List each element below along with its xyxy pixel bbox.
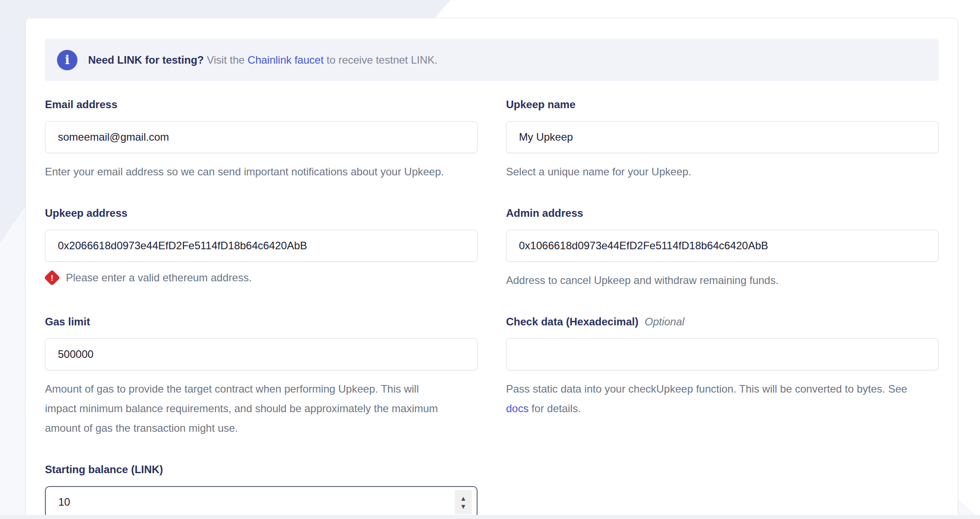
upkeep-name-label: Upkeep name	[506, 98, 939, 111]
starting-balance-input-wrap: ▲ ▼	[45, 486, 478, 518]
email-helper: Enter your email address so we can send …	[45, 162, 478, 182]
admin-address-input[interactable]	[506, 230, 939, 262]
email-label: Email address	[45, 98, 478, 111]
check-data-optional-tag: Optional	[644, 315, 684, 328]
chainlink-faucet-link[interactable]: Chainlink faucet	[247, 54, 324, 66]
upkeep-address-input[interactable]	[45, 230, 478, 262]
field-email: Email address Enter your email address s…	[45, 98, 478, 182]
error-icon-glyph: !	[46, 272, 58, 284]
upkeep-address-error-text: Please enter a valid ethereum address.	[66, 272, 252, 284]
info-banner: i Need LINK for testing? Visit the Chain…	[45, 39, 939, 81]
upkeep-form: Email address Enter your email address s…	[45, 98, 939, 518]
banner-text-pre: Visit the	[204, 54, 247, 66]
banner-text: Need LINK for testing? Visit the Chainli…	[88, 54, 437, 66]
check-data-helper-post: for details.	[529, 402, 581, 414]
check-data-input[interactable]	[506, 338, 939, 370]
check-data-helper-pre: Pass static data into your checkUpkeep f…	[506, 383, 907, 395]
stepper-down-button[interactable]: ▼	[460, 503, 467, 510]
gas-limit-label: Gas limit	[45, 315, 478, 328]
info-icon-glyph: i	[65, 54, 70, 66]
gas-limit-helper: Amount of gas to provide the target cont…	[45, 379, 478, 438]
check-data-label: Check data (Hexadecimal) Optional	[506, 315, 939, 328]
docs-link[interactable]: docs	[506, 402, 529, 414]
check-data-label-text: Check data (Hexadecimal)	[506, 315, 638, 328]
field-upkeep-address: Upkeep address ! Please enter a valid et…	[45, 207, 478, 290]
upkeep-address-label: Upkeep address	[45, 207, 478, 220]
horizontal-scrollbar-track[interactable]	[0, 515, 980, 519]
check-data-helper: Pass static data into your checkUpkeep f…	[506, 379, 939, 418]
stepper-up-button[interactable]: ▲	[460, 495, 467, 502]
error-icon: !	[44, 270, 61, 286]
admin-address-label: Admin address	[506, 207, 939, 220]
admin-address-helper: Address to cancel Upkeep and withdraw re…	[506, 271, 939, 290]
email-input[interactable]	[45, 121, 478, 153]
field-gas-limit: Gas limit Amount of gas to provide the t…	[45, 315, 478, 438]
field-admin-address: Admin address Address to cancel Upkeep a…	[506, 207, 939, 290]
info-icon: i	[57, 50, 77, 70]
starting-balance-label: Starting balance (LINK)	[45, 463, 478, 476]
upkeep-address-error: ! Please enter a valid ethereum address.	[45, 272, 478, 284]
field-upkeep-name: Upkeep name Select a unique name for you…	[506, 98, 939, 182]
number-stepper: ▲ ▼	[455, 490, 472, 514]
upkeep-name-helper: Select a unique name for your Upkeep.	[506, 162, 939, 182]
upkeep-name-input[interactable]	[506, 121, 939, 153]
gas-limit-input[interactable]	[45, 338, 478, 370]
field-starting-balance: Starting balance (LINK) ▲ ▼	[45, 463, 478, 518]
field-check-data: Check data (Hexadecimal) Optional Pass s…	[506, 315, 939, 438]
register-upkeep-card: i Need LINK for testing? Visit the Chain…	[25, 18, 958, 519]
banner-question: Need LINK for testing?	[88, 54, 204, 66]
starting-balance-input[interactable]	[45, 486, 478, 518]
banner-text-post: to receive testnet LINK.	[324, 54, 437, 66]
empty-grid-cell	[506, 463, 939, 518]
